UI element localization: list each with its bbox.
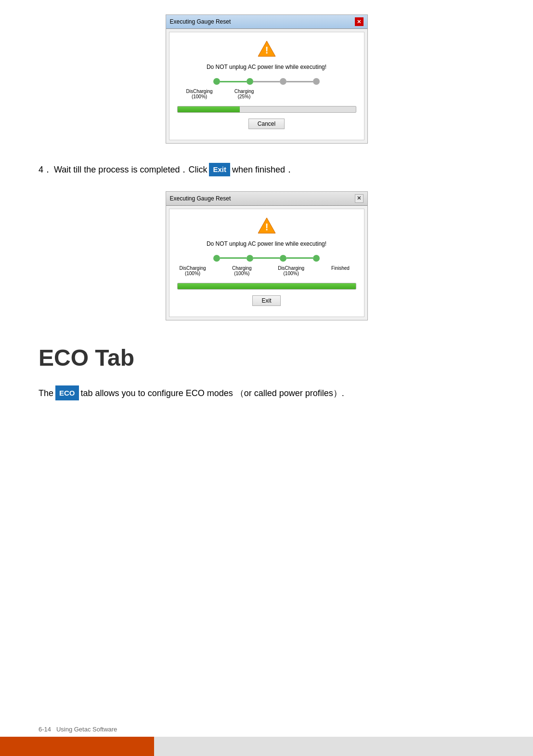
page-footer bbox=[0, 737, 533, 756]
dialog2-footer: Exit bbox=[177, 295, 356, 309]
dialog2-step-labels: DisCharging (100%) Charging (100%) DisCh… bbox=[177, 265, 356, 276]
d2-step3-line bbox=[286, 257, 313, 259]
dialog2-progress-bar bbox=[177, 283, 356, 290]
d2-step4-label: Finished bbox=[327, 265, 353, 276]
footer-orange-bar bbox=[0, 737, 154, 756]
footer-text: 6-14 Using Getac Software bbox=[39, 726, 117, 733]
eco-text-before: The bbox=[39, 385, 53, 401]
d2-step2-label: Charging (100%) bbox=[229, 265, 255, 276]
dialog2-progress-fill bbox=[178, 283, 356, 289]
d2-step1-dot bbox=[213, 255, 220, 262]
step1-line bbox=[220, 81, 247, 82]
step4-text-after: when finished． bbox=[232, 163, 294, 177]
step4-text-before: Wait till the process is completed．Click bbox=[54, 163, 207, 177]
page-content: Executing Gauge Reset ✕ ! Do NOT unplug … bbox=[0, 0, 533, 439]
dialog2-warning-icon: ! bbox=[177, 217, 356, 236]
step4-instruction: 4． Wait till the process is completed．Cl… bbox=[39, 163, 494, 177]
dialog1-progress-steps bbox=[177, 78, 356, 85]
dialog2-container: Executing Gauge Reset ✕ ! Do NOT unplug … bbox=[39, 191, 494, 320]
dialog1-step-labels: DisCharging (100%) Charging (25%) bbox=[177, 89, 356, 99]
d2-step1-line bbox=[220, 257, 247, 259]
eco-badge: ECO bbox=[55, 385, 79, 400]
step4-number: 4． bbox=[39, 163, 52, 177]
dialog2-exit-button[interactable]: Exit bbox=[252, 295, 280, 306]
dialog2-title: Executing Gauge Reset bbox=[170, 195, 231, 202]
dialog2-progress-steps bbox=[177, 255, 356, 262]
dialog1-box: Executing Gauge Reset ✕ ! Do NOT unplug … bbox=[166, 14, 368, 144]
footer-label: Using Getac Software bbox=[56, 726, 117, 733]
step2-dot bbox=[247, 78, 253, 85]
dialog1-titlebar: Executing Gauge Reset ✕ bbox=[166, 15, 367, 29]
dialog1-message: Do NOT unplug AC power line while execut… bbox=[177, 64, 356, 70]
dialog2-message: Do NOT unplug AC power line while execut… bbox=[177, 240, 356, 247]
step3-dot bbox=[280, 78, 286, 85]
dialog1-cancel-button[interactable]: Cancel bbox=[248, 119, 285, 129]
d2-step3-label: DisCharging (100%) bbox=[278, 265, 304, 276]
step3-label bbox=[272, 89, 306, 99]
d2-step3-dot bbox=[280, 255, 286, 262]
dialog2-body: ! Do NOT unplug AC power line while exec… bbox=[169, 209, 364, 317]
eco-description: The ECO tab allows you to configure ECO … bbox=[39, 385, 494, 401]
svg-text:!: ! bbox=[265, 45, 268, 55]
step4-label bbox=[317, 89, 351, 99]
dialog2-close-button[interactable]: ✕ bbox=[355, 194, 364, 203]
dialog1-title: Executing Gauge Reset bbox=[170, 18, 231, 25]
dialog2-box: Executing Gauge Reset ✕ ! Do NOT unplug … bbox=[166, 191, 368, 320]
d2-step2-line bbox=[253, 257, 280, 259]
eco-section-title: ECO Tab bbox=[39, 345, 494, 371]
exit-badge: Exit bbox=[209, 163, 230, 176]
d2-step4-dot bbox=[313, 255, 320, 262]
svg-text:!: ! bbox=[265, 222, 268, 232]
footer-gray-bar bbox=[154, 737, 533, 756]
dialog1-footer: Cancel bbox=[177, 119, 356, 132]
step2-label: Charging (25%) bbox=[227, 89, 261, 99]
footer-page-number: 6-14 bbox=[39, 726, 51, 733]
dialog1-warning-icon: ! bbox=[177, 40, 356, 59]
step4-dot bbox=[313, 78, 320, 85]
dialog1-container: Executing Gauge Reset ✕ ! Do NOT unplug … bbox=[39, 14, 494, 144]
eco-text-after: tab allows you to configure ECO modes （o… bbox=[81, 385, 344, 401]
d2-step1-label: DisCharging (100%) bbox=[180, 265, 206, 276]
step1-label: DisCharging (100%) bbox=[182, 89, 216, 99]
step1-dot bbox=[213, 78, 220, 85]
dialog2-titlebar: Executing Gauge Reset ✕ bbox=[166, 192, 367, 206]
d2-step2-dot bbox=[247, 255, 253, 262]
dialog1-progress-fill bbox=[178, 106, 240, 112]
dialog1-progress-bar bbox=[177, 106, 356, 113]
step2-line bbox=[253, 81, 280, 82]
dialog1-body: ! Do NOT unplug AC power line while exec… bbox=[169, 32, 364, 140]
step3-line bbox=[286, 81, 313, 82]
dialog1-close-button[interactable]: ✕ bbox=[355, 17, 364, 26]
